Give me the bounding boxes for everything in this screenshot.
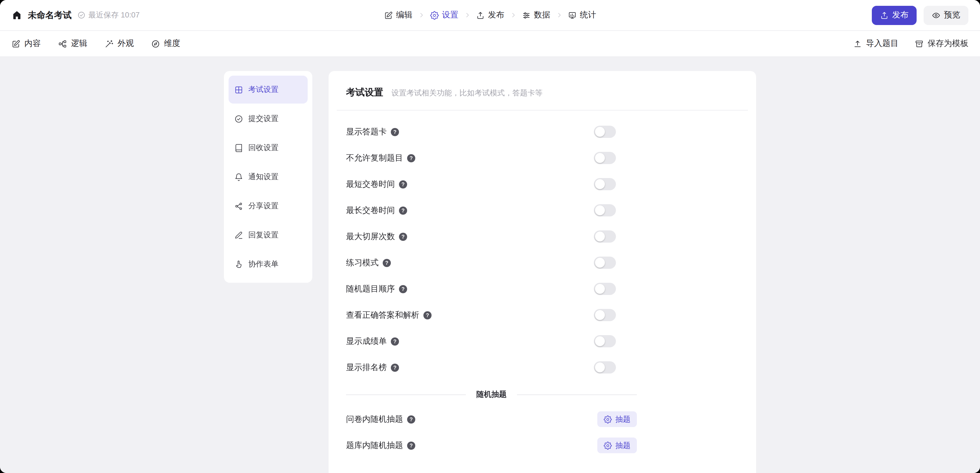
setting-row: 显示答题卡 ?	[346, 119, 637, 145]
book-icon	[234, 143, 243, 152]
breadcrumb-label: 设置	[442, 10, 458, 21]
toggle-random-question-order[interactable]	[594, 283, 616, 295]
breadcrumb-step-settings[interactable]: 设置	[430, 10, 458, 21]
save-status: 最近保存 10:07	[77, 10, 140, 21]
help-icon[interactable]: ?	[423, 311, 431, 319]
setting-row: 最长交卷时间 ?	[346, 197, 637, 223]
settings-nav-item-share[interactable]: 分享设置	[229, 192, 308, 220]
setting-row: 显示成绩单 ?	[346, 328, 637, 354]
settings-nav-item-collab[interactable]: 协作表单	[229, 250, 308, 278]
help-icon[interactable]: ?	[383, 259, 391, 267]
publish-button[interactable]: 发布	[872, 6, 916, 25]
tap-icon	[234, 260, 243, 269]
settings-nav-item-submit[interactable]: 提交设置	[229, 105, 308, 133]
logic-icon	[58, 39, 67, 48]
toggle-no-copy[interactable]	[594, 152, 616, 164]
breadcrumb-label: 数据	[534, 10, 550, 21]
help-icon[interactable]: ?	[391, 128, 399, 136]
toolbar-tab-content[interactable]: 内容	[12, 38, 41, 49]
toolbar-tabs: 内容 逻辑 外观 维度	[12, 38, 180, 49]
setting-label: 显示答题卡 ?	[346, 127, 399, 137]
help-icon[interactable]: ?	[399, 285, 407, 293]
data-icon	[522, 11, 530, 19]
divider-line	[517, 394, 637, 395]
bell-icon	[234, 172, 243, 181]
nav-item-label: 通知设置	[248, 172, 278, 182]
breadcrumb-step-edit[interactable]: 编辑	[384, 10, 412, 21]
toolbar-tab-dimension[interactable]: 维度	[151, 38, 180, 49]
setting-label: 随机题目顺序 ?	[346, 283, 407, 294]
nav-item-label: 协作表单	[248, 259, 278, 269]
chevron-right-icon	[418, 12, 425, 19]
save-as-template-button[interactable]: 保存为模板	[915, 38, 968, 49]
home-icon[interactable]	[12, 10, 22, 21]
save-status-text: 最近保存 10:07	[88, 10, 140, 21]
app-window: 未命名考试 最近保存 10:07 编辑 设置	[0, 0, 980, 473]
toggle-show-ranking[interactable]	[594, 361, 616, 374]
help-icon[interactable]: ?	[391, 363, 399, 371]
setting-row: 不允许复制题目 ?	[346, 145, 637, 171]
settings-nav: 考试设置 提交设置 回收设置 通知设置 分享设置	[224, 71, 312, 283]
settings-nav-item-exam[interactable]: 考试设置	[229, 76, 308, 104]
chevron-right-icon	[555, 12, 562, 19]
edit-icon	[384, 11, 393, 19]
pen-icon	[234, 231, 243, 239]
help-icon[interactable]: ?	[399, 206, 407, 214]
publish-icon	[476, 11, 484, 19]
top-bar: 未命名考试 最近保存 10:07 编辑 设置	[0, 0, 980, 31]
nav-item-label: 回收设置	[248, 143, 278, 153]
toggle-max-submit-time[interactable]	[594, 204, 616, 217]
document-info: 未命名考试 最近保存 10:07	[12, 10, 140, 21]
settings-nav-item-reply[interactable]: 回复设置	[229, 221, 308, 249]
breadcrumb-step-stats[interactable]: 统计	[568, 10, 596, 21]
toggle-min-submit-time[interactable]	[594, 178, 616, 190]
setting-label: 显示排名榜 ?	[346, 362, 399, 373]
help-icon[interactable]: ?	[407, 415, 415, 423]
nav-item-label: 考试设置	[248, 84, 278, 95]
setting-label: 最长交卷时间 ?	[346, 205, 407, 215]
gear-icon	[604, 415, 612, 423]
header-actions: 发布 预览	[872, 6, 968, 25]
help-icon[interactable]: ?	[399, 233, 407, 240]
document-title: 未命名考试	[28, 10, 72, 21]
setting-label: 查看正确答案和解析 ?	[346, 310, 431, 320]
draw-questions-button-bank[interactable]: 抽题	[597, 438, 637, 453]
chevron-right-icon	[463, 12, 471, 19]
publish-button-label: 发布	[892, 10, 908, 21]
settings-nav-item-notify[interactable]: 通知设置	[229, 163, 308, 191]
preview-button-label: 预览	[944, 10, 960, 21]
toggle-practice-mode[interactable]	[594, 256, 616, 269]
toolbar-tab-logic[interactable]: 逻辑	[58, 38, 87, 49]
wand-icon	[105, 39, 113, 48]
setting-row: 查看正确答案和解析 ?	[346, 302, 637, 328]
settings-nav-item-collect[interactable]: 回收设置	[229, 134, 308, 162]
toolbar-tab-appearance[interactable]: 外观	[105, 38, 134, 49]
import-questions-label: 导入题目	[866, 38, 899, 49]
nav-item-label: 分享设置	[248, 201, 278, 211]
help-icon[interactable]: ?	[407, 441, 415, 449]
setting-row: 问卷内随机抽题 ? 抽题	[346, 406, 637, 432]
toolbar-right: 导入题目 保存为模板	[853, 38, 968, 49]
settings-page: 考试设置 提交设置 回收设置 通知设置 分享设置	[0, 57, 980, 473]
archive-icon	[915, 39, 924, 48]
help-icon[interactable]: ?	[407, 154, 415, 162]
preview-button[interactable]: 预览	[924, 6, 968, 25]
eye-icon	[932, 11, 940, 19]
panel-header: 考试设置 设置考试相关功能，比如考试模式，答题卡等	[329, 71, 756, 110]
help-icon[interactable]: ?	[391, 337, 399, 345]
tab-label: 内容	[24, 38, 41, 49]
panel-subtitle: 设置考试相关功能，比如考试模式，答题卡等	[391, 88, 542, 98]
section-divider: 随机抽题	[346, 383, 637, 406]
toggle-view-answers[interactable]	[594, 309, 616, 321]
toggle-answer-card[interactable]	[594, 126, 616, 138]
toggle-show-transcript[interactable]	[594, 335, 616, 347]
breadcrumb-step-publish[interactable]: 发布	[476, 10, 504, 21]
draw-questions-button-survey[interactable]: 抽题	[597, 411, 637, 427]
stats-icon	[568, 11, 576, 19]
help-icon[interactable]: ?	[399, 180, 407, 188]
import-questions-button[interactable]: 导入题目	[853, 38, 899, 49]
breadcrumb-step-data[interactable]: 数据	[522, 10, 550, 21]
toggle-max-screen-switch[interactable]	[594, 230, 616, 243]
draw-button-label: 抽题	[615, 440, 630, 451]
gear-icon	[430, 11, 439, 19]
